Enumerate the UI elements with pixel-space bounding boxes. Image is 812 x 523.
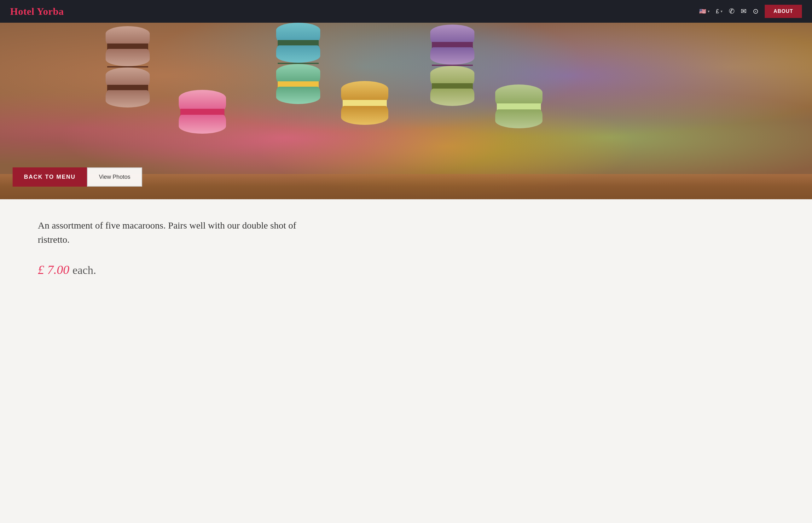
location-icon[interactable]: ⊙ xyxy=(753,7,758,15)
language-dropdown-arrow: ▾ xyxy=(708,9,709,14)
macaron-pink xyxy=(179,90,226,134)
content-section: An assortment of five macaroons. Pairs w… xyxy=(0,199,812,302)
hero-buttons: BACK TO MENU View Photos xyxy=(13,167,142,187)
price-display: £ 7.00 each. xyxy=(38,262,774,277)
hero-section: BACK TO MENU View Photos xyxy=(0,23,812,199)
currency-symbol: £ xyxy=(716,8,719,15)
email-icon[interactable]: ✉ xyxy=(741,7,746,15)
navbar: Hotel Yorba 🇺🇸 ▾ £ ▾ ✆ ✉ ⊙ ABOUT xyxy=(0,0,812,23)
navbar-right: 🇺🇸 ▾ £ ▾ ✆ ✉ ⊙ ABOUT xyxy=(699,5,802,18)
price-number: 7.00 xyxy=(47,263,69,277)
macaron-yellow xyxy=(341,81,388,125)
item-description: An assortment of five macaroons. Pairs w… xyxy=(38,218,321,247)
view-photos-button[interactable]: View Photos xyxy=(87,167,143,187)
price-amount: £ 7.00 xyxy=(38,262,69,277)
price-suffix: each. xyxy=(73,264,96,277)
macaron-teal xyxy=(276,23,320,104)
language-selector[interactable]: 🇺🇸 ▾ xyxy=(699,8,709,15)
about-button[interactable]: ABOUT xyxy=(765,5,802,18)
flag-icon: 🇺🇸 xyxy=(699,8,706,15)
currency-selector[interactable]: £ ▾ xyxy=(716,8,722,15)
currency-dropdown-arrow: ▾ xyxy=(721,9,722,14)
macaron-purple xyxy=(430,24,475,106)
phone-icon[interactable]: ✆ xyxy=(729,7,735,15)
back-to-menu-button[interactable]: BACK TO MENU xyxy=(13,167,87,187)
macaron-chocolate xyxy=(106,26,150,108)
macaron-green xyxy=(495,85,542,128)
price-symbol: £ xyxy=(38,263,44,277)
brand-logo[interactable]: Hotel Yorba xyxy=(10,6,64,17)
